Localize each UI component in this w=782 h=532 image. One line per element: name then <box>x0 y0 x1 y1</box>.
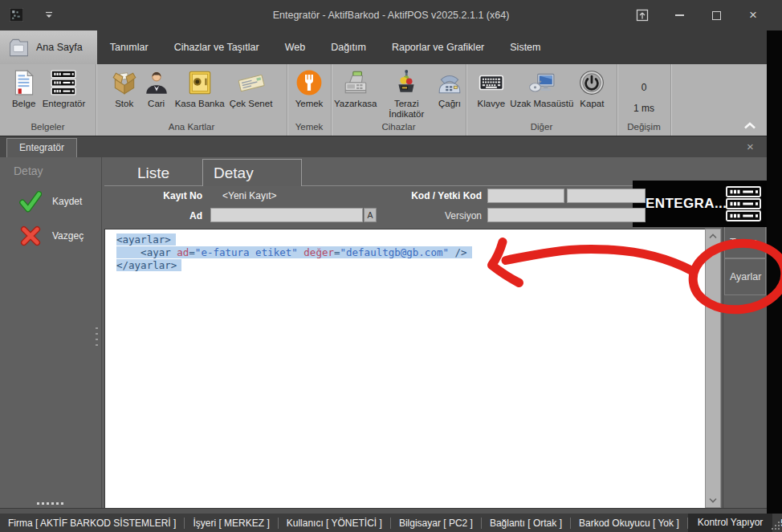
scroll-down-icon[interactable] <box>709 497 717 503</box>
folder-icon <box>8 37 30 59</box>
status-item: İşyeri [ MERKEZ ] <box>185 518 277 529</box>
cancel-icon <box>19 225 42 247</box>
side-tab-tan-m[interactable]: Tanım <box>724 226 766 258</box>
ribbon-collapse-icon[interactable] <box>739 118 761 132</box>
title-bar: Entegratör - AktifBarkod - AktifPOS v202… <box>0 0 782 30</box>
ribbon-button-terazi-i-ndikat-r[interactable]: Terazi İndikatör <box>379 68 434 120</box>
ribbon-button-kapat[interactable]: Kapat <box>576 68 608 110</box>
document-close-icon[interactable]: × <box>747 139 754 155</box>
ribbon-group-de-i-im: 01 msDeğişim <box>617 64 671 136</box>
ribbon-group-cihazlar: YazarkasaTerazi İndikatörÇağrıCihazlar <box>332 64 466 136</box>
ribbon-button-label: Terazi İndikatör <box>381 99 431 120</box>
ribbon-tab-sistem[interactable]: Sistem <box>497 30 553 64</box>
kayit-no-label: Kayıt No <box>120 190 202 201</box>
code-line: </ayarlar> <box>116 259 705 272</box>
document-tab-entegrator[interactable]: Entegratör <box>6 138 77 157</box>
ribbon-tab-label: Cihazlar ve Taşıtlar <box>174 42 259 53</box>
tab-liste[interactable]: Liste <box>104 161 202 185</box>
right-tab-panel: TanımAyarlar <box>723 226 767 508</box>
close-icon[interactable]: × <box>747 9 760 22</box>
ribbon-tab-tan-mlar[interactable]: Tanımlar <box>97 30 161 64</box>
ribbon-button-entegrat-r[interactable]: Entegratör <box>40 68 88 110</box>
versiyon-input[interactable] <box>487 208 646 222</box>
document-icon <box>10 69 38 96</box>
server-stack-icon <box>724 185 763 223</box>
action-label: Kaydet <box>52 196 82 207</box>
ribbon-tab-label: Dağıtım <box>331 42 366 53</box>
ribbon-button-cari[interactable]: Cari <box>141 68 173 110</box>
xml-editor[interactable]: <ayarlar> <ayar ad="e-fatura etiket" değ… <box>104 229 705 508</box>
ribbon-button-uzak-masa-st[interactable]: Uzak Masaüstü <box>507 68 576 110</box>
pin-icon[interactable] <box>636 9 649 22</box>
action-label: Vazgeç <box>52 230 83 242</box>
banner-title: ENTEGRA... <box>646 196 727 212</box>
vazge-button[interactable]: Vazgeç <box>19 225 83 247</box>
ribbon-button-stok[interactable]: Stok <box>108 68 141 110</box>
ribbon-button-kasa-banka[interactable]: Kasa Banka <box>173 68 227 110</box>
status-bar: Firma [ AKTİF BARKOD SİSTEMLERİ ]İşyeri … <box>0 514 782 532</box>
cash-register-icon <box>342 69 369 96</box>
ribbon-button-yazarkasa[interactable]: Yazarkasa <box>332 68 379 110</box>
ribbon: BelgeEntegratörBelgelerStokCariKasa Bank… <box>0 64 767 136</box>
box-icon <box>111 69 138 96</box>
tab-detay[interactable]: Detay <box>202 159 302 186</box>
ribbon-tab-web[interactable]: Web <box>272 30 318 64</box>
ribbon-group-di-er: KlavyeUzak MasaüstüKapatDiğer <box>466 64 617 136</box>
ribbon-button-label: Kasa Banka <box>175 99 225 109</box>
ribbon-button-belge[interactable]: Belge <box>8 68 40 110</box>
minimize-icon[interactable] <box>673 9 686 22</box>
ribbon-button-label: Klavye <box>478 99 506 109</box>
ribbon-stat-0: 0 <box>641 82 647 93</box>
splitter-handle[interactable] <box>96 327 98 347</box>
maximize-icon[interactable] <box>710 9 723 22</box>
power-icon <box>578 69 605 96</box>
yetki-kod-input[interactable] <box>567 189 646 203</box>
ribbon-button-label: Cari <box>148 99 165 109</box>
panel-bottom-grip[interactable] <box>37 502 63 505</box>
kod-input[interactable] <box>487 189 564 203</box>
detail-tabstrip-line <box>104 185 723 186</box>
safe-icon <box>186 69 214 96</box>
ribbon-tab-label: Raporlar ve Grafikler <box>392 42 484 53</box>
application-window: Entegratör - AktifBarkod - AktifPOS v202… <box>0 0 782 532</box>
status-item: Firma [ AKTİF BARKOD SİSTEMLERİ ] <box>0 518 184 529</box>
window-edge-strip <box>767 30 782 514</box>
resize-grip-icon[interactable] <box>771 521 780 530</box>
ribbon-tab-label: Sistem <box>510 42 540 53</box>
ribbon-tab-da-t-m[interactable]: Dağıtım <box>318 30 379 64</box>
ribbon-tab-cihazlar-ve-ta-tlar[interactable]: Cihazlar ve Taşıtlar <box>161 30 272 64</box>
status-item: Bilgisayar [ PC2 ] <box>391 518 481 529</box>
entegrator-banner: ENTEGRA... <box>633 181 767 227</box>
side-tab-ayarlar[interactable]: Ayarlar <box>724 258 766 295</box>
ribbon-button-klavye[interactable]: Klavye <box>475 68 508 110</box>
ribbon-tab-label: Tanımlar <box>110 42 149 53</box>
versiyon-label: Versiyon <box>353 210 482 221</box>
ribbon-group-caption: Değişim <box>617 120 670 136</box>
left-action-panel: Detay KaydetVazgeç <box>0 157 102 508</box>
content-area: Detay KaydetVazgeç Liste Detay ENTEGRA..… <box>0 157 767 508</box>
person-icon <box>143 69 170 96</box>
code-line: <ayar ad="e-fatura etiket" değer="defaul… <box>116 246 705 259</box>
ribbon-group-belgeler: BelgeEntegratörBelgeler <box>0 64 96 136</box>
ribbon-tab-label: Ana Sayfa <box>36 42 83 53</box>
ribbon-button-label: Entegratör <box>43 99 86 109</box>
kaydet-button[interactable]: Kaydet <box>19 190 82 213</box>
ribbon-button-ek-senet[interactable]: Çek Senet <box>227 68 275 110</box>
ribbon-button-label: Yazarkasa <box>334 99 377 109</box>
ribbon-button-a-r[interactable]: Çağrı <box>434 68 466 110</box>
ribbon-tab-ana-sayfa[interactable]: Ana Sayfa <box>0 30 97 64</box>
scroll-up-icon[interactable] <box>709 234 717 239</box>
scale-icon <box>393 69 420 96</box>
ribbon-group-caption: Cihazlar <box>332 120 466 136</box>
status-item: Barkod Okuyucu [ Yok ] <box>571 518 687 529</box>
server-stack-icon <box>50 69 77 96</box>
ribbon-button-yemek[interactable]: Yemek <box>293 68 326 110</box>
ribbon-group-yemek: YemekYemek <box>287 64 332 136</box>
fork-icon <box>295 69 323 96</box>
window-controls: × <box>636 0 760 30</box>
ad-input[interactable] <box>210 208 363 222</box>
remote-desktop-icon <box>528 69 556 96</box>
ribbon-tab-raporlar-ve-grafikler[interactable]: Raporlar ve Grafikler <box>379 30 497 64</box>
editor-scrollbar[interactable] <box>705 229 721 508</box>
phone-icon <box>436 69 463 96</box>
